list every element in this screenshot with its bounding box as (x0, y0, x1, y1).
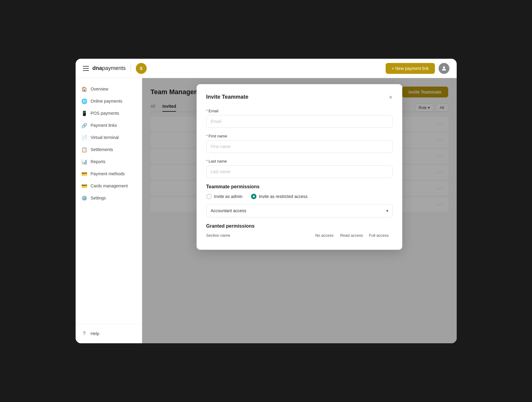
logo-divider (131, 64, 131, 73)
top-bar: dnapayments S + New payment link (76, 59, 457, 78)
link-icon: 🔗 (82, 123, 87, 128)
payment-methods-icon: 💳 (82, 171, 87, 176)
help-icon: ? (82, 331, 87, 336)
sidebar-item-label: POS payments (91, 111, 119, 116)
email-label: * Email (206, 109, 393, 113)
firstname-form-group: * First name (206, 134, 393, 153)
sidebar-item-settlements[interactable]: 📋 Settlements (76, 143, 142, 156)
modal-title: Invite Teammate (206, 94, 249, 100)
sidebar: 🏠 Overview 🌐 Online payments 📱 POS payme… (76, 78, 142, 343)
granted-col-section: Section name (206, 233, 311, 238)
modal-close-button[interactable]: × (389, 94, 393, 100)
granted-title: Granted permissions (206, 223, 393, 229)
granted-col-no-access: No access (311, 233, 338, 238)
radio-circle-admin (206, 194, 212, 199)
sidebar-item-online-payments[interactable]: 🌐 Online payments (76, 95, 142, 107)
email-form-group: * Email (206, 109, 393, 128)
top-bar-left: dnapayments S (83, 63, 147, 74)
reports-icon: 📊 (82, 159, 87, 164)
permissions-section: Teammate permissions Invite as admin Inv… (206, 184, 393, 217)
sidebar-item-payment-links[interactable]: 🔗 Payment links (76, 119, 142, 131)
radio-group: Invite as admin Invite as restricted acc… (206, 194, 393, 199)
content-area: Team Management Invite Teammate All Invi… (142, 78, 457, 343)
menu-icon[interactable] (83, 66, 89, 71)
required-star: * (206, 159, 208, 163)
modal-header: Invite Teammate × (206, 94, 393, 100)
required-star: * (206, 109, 208, 113)
sidebar-item-label: Help (91, 331, 100, 336)
firstname-input[interactable] (206, 140, 393, 153)
sidebar-item-label: Payment methods (91, 171, 125, 176)
radio-restricted[interactable]: Invite as restricted access (251, 194, 308, 199)
settings-icon: ⚙️ (82, 195, 87, 201)
modal-overlay[interactable]: Invite Teammate × * Email (142, 78, 457, 343)
sidebar-item-reports[interactable]: 📊 Reports (76, 156, 142, 168)
radio-admin[interactable]: Invite as admin (206, 194, 243, 199)
sidebar-item-label: Cards management (91, 183, 128, 188)
sidebar-item-label: Payment links (91, 123, 117, 128)
sidebar-item-label: Online payments (91, 99, 122, 104)
radio-circle-restricted (251, 194, 256, 199)
sidebar-item-label: Virtual terminal (91, 135, 119, 140)
pos-icon: 📱 (82, 110, 87, 116)
required-star: * (206, 134, 208, 138)
granted-section: Granted permissions Section name No acce… (206, 223, 393, 240)
svg-point-0 (443, 66, 445, 68)
access-dropdown[interactable]: Accountant access Custom access (206, 204, 393, 217)
sidebar-item-label: Overview (91, 87, 108, 91)
lastname-input[interactable] (206, 165, 393, 178)
lastname-label: * Last name (206, 159, 393, 163)
sidebar-item-overview[interactable]: 🏠 Overview (76, 83, 142, 95)
top-bar-right: + New payment link (386, 63, 449, 74)
settlements-icon: 📋 (82, 147, 87, 152)
avatar[interactable] (439, 63, 449, 74)
firstname-label: * First name (206, 134, 393, 138)
sidebar-item-label: Reports (91, 159, 106, 164)
sidebar-item-cards-management[interactable]: 💳 Cards management (76, 180, 142, 192)
granted-col-full: Full access (365, 233, 393, 238)
new-payment-button[interactable]: + New payment link (386, 63, 435, 74)
lastname-form-group: * Last name (206, 159, 393, 178)
home-icon: 🏠 (82, 86, 87, 92)
main-layout: 🏠 Overview 🌐 Online payments 📱 POS payme… (76, 78, 457, 343)
granted-header: Section name No access Read access Full … (206, 233, 393, 240)
sidebar-item-label: Settings (91, 196, 106, 200)
cards-icon: 💳 (82, 183, 87, 189)
sidebar-item-settings[interactable]: ⚙️ Settings (76, 192, 142, 204)
granted-col-read: Read access (338, 233, 365, 238)
sidebar-item-label: Settlements (91, 147, 113, 152)
sidebar-item-help[interactable]: ? Help (76, 328, 142, 340)
access-dropdown-wrapper: Accountant access Custom access ▾ (206, 204, 393, 217)
terminal-icon: 📄 (82, 135, 87, 140)
logo-text: dnapayments (93, 65, 126, 71)
sidebar-item-pos-payments[interactable]: 📱 POS payments (76, 107, 142, 119)
email-input[interactable] (206, 115, 393, 128)
sidebar-item-virtual-terminal[interactable]: 📄 Virtual terminal (76, 131, 142, 143)
sidebar-item-payment-methods[interactable]: 💳 Payment methods (76, 168, 142, 180)
permissions-title: Teammate permissions (206, 184, 393, 189)
globe-icon: 🌐 (82, 98, 87, 104)
logo-badge: S (136, 63, 147, 74)
invite-teammate-modal: Invite Teammate × * Email (197, 84, 402, 250)
